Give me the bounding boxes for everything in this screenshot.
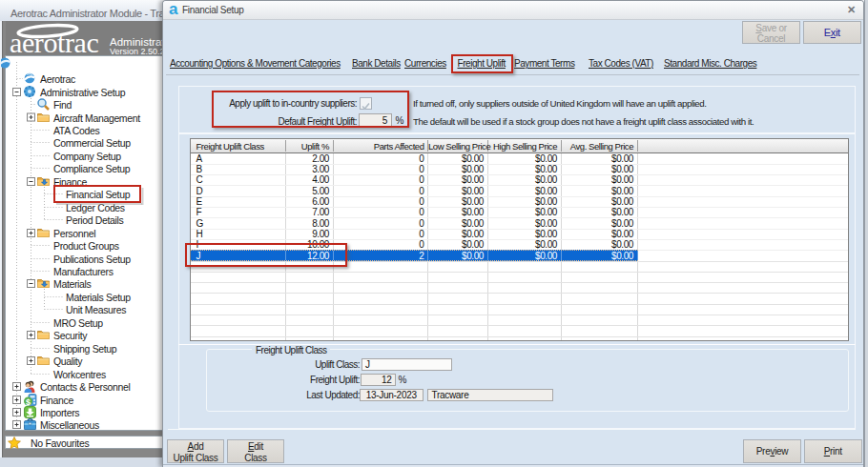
svg-text:Miscellaneous: Miscellaneous bbox=[40, 419, 99, 431]
svg-text:Financial Setup: Financial Setup bbox=[66, 189, 131, 200]
svg-text:ATA Codes: ATA Codes bbox=[53, 125, 100, 136]
svg-text:Shipping Setup: Shipping Setup bbox=[53, 343, 117, 355]
svg-text:Aircraft Management: Aircraft Management bbox=[53, 112, 140, 124]
svg-text:Workcentres: Workcentres bbox=[53, 369, 106, 380]
svg-text:Materials: Materials bbox=[53, 278, 92, 290]
svg-text:Contacts & Personnel: Contacts & Personnel bbox=[40, 381, 131, 393]
svg-text:Materials Setup: Materials Setup bbox=[66, 292, 131, 303]
svg-text:MRO Setup: MRO Setup bbox=[53, 317, 103, 329]
svg-text:Publications Setup: Publications Setup bbox=[53, 254, 131, 265]
svg-text:Aerotrac: Aerotrac bbox=[40, 73, 75, 85]
svg-text:Personnel: Personnel bbox=[53, 228, 95, 239]
svg-text:aerotrac: aerotrac bbox=[10, 27, 98, 56]
svg-text:Period Details: Period Details bbox=[66, 214, 124, 226]
svg-text:Administrative Setup: Administrative Setup bbox=[40, 87, 126, 98]
svg-text:Unit Measures: Unit Measures bbox=[66, 304, 126, 315]
svg-text:Compliance Setup: Compliance Setup bbox=[53, 163, 131, 174]
svg-text:Product Groups: Product Groups bbox=[53, 240, 119, 252]
svg-text:Importers: Importers bbox=[40, 407, 79, 418]
svg-text:Security: Security bbox=[53, 330, 88, 341]
svg-text:Finance: Finance bbox=[40, 395, 73, 406]
svg-text:Find: Find bbox=[53, 99, 72, 111]
svg-text:Company Setup: Company Setup bbox=[53, 151, 121, 162]
svg-text:Commercial Setup: Commercial Setup bbox=[53, 137, 131, 149]
svg-text:Manufacturers: Manufacturers bbox=[53, 266, 114, 277]
svg-text:$: $ bbox=[26, 397, 31, 407]
svg-text:Quality: Quality bbox=[53, 355, 83, 367]
